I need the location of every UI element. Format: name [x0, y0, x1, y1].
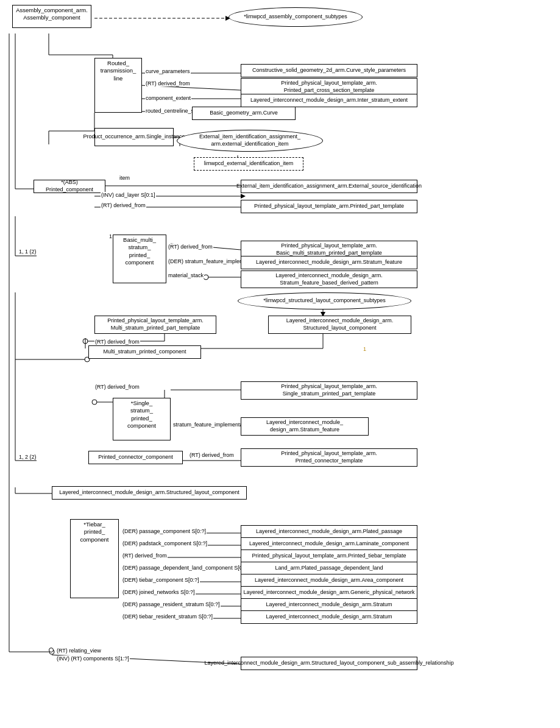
limwpcd-structured-ellipse: *limwpcd_structured_layout_component_sub…: [238, 292, 411, 309]
external-source-id-box: External_item_identification_assignment_…: [241, 180, 417, 193]
rt-derived-from-single-tmpl: (RT) derived_from: [94, 384, 140, 390]
n1-label: 1: [108, 233, 113, 239]
area-component-box: Layered_interconnect_module_design_arm.A…: [241, 574, 417, 587]
diagram-container: Assembly_component_arm. Assembly_compone…: [0, 0, 560, 728]
inv-cad-layer-label: (INV) cad_layer S[0:1]: [101, 192, 156, 198]
routed-transmission-box: Routed_transmission_line: [94, 58, 142, 113]
curve-style-params-box: Constructive_solid_geometry_2d_arm.Curve…: [241, 64, 417, 77]
rt-derived-from-label2: (RT) derived_from: [101, 202, 146, 208]
stratum-feature-box2: Layered_interconnect_module_design_arm.S…: [241, 417, 369, 436]
material-stack-label: material_stack: [168, 272, 204, 278]
layered-structured-bottom-box: Layered_interconnect_module_design_arm.S…: [52, 486, 247, 500]
circle-bottom: [49, 648, 54, 652]
plated-passage-box: Layered_interconnect_module_design_arm.P…: [241, 525, 417, 539]
stratum-feature-based-box: Layered_interconnect_module_design_arm.S…: [241, 270, 417, 288]
der-passage-land-label: (DER) passage_dependent_land_component S…: [122, 565, 249, 571]
svg-marker-24: [241, 194, 246, 199]
curve-parameters-label: curve_parameters: [145, 68, 191, 74]
single-stratum-template-box: Printed_physical_layout_template_arm.Sin…: [241, 381, 417, 400]
generic-physical-network-box: Layered_interconnect_module_design_arm.G…: [241, 586, 417, 599]
svg-point-41: [83, 339, 88, 344]
rt-derived-from-label3: (RT) derived_from: [168, 244, 213, 250]
stratum-box2: Layered_interconnect_module_design_arm.S…: [241, 610, 417, 624]
structured-sub-assembly-box: Layered_interconnect_module_design_arm.S…: [241, 657, 417, 670]
der-joined-label: (DER) joined_networks S[0:?]: [122, 589, 196, 595]
item-label: item: [119, 175, 130, 181]
basic-multi-stratum-box: Basic_multi_stratum_printed_component: [113, 235, 166, 283]
assembly-component-box: Assembly_component_arm. Assembly_compone…: [12, 5, 91, 28]
multi-stratum-template-box: Printed_physical_layout_template_arm.Mul…: [94, 316, 216, 334]
limwpcd-external-box: limwpcd_external_identification_item: [194, 157, 303, 171]
inv-rt-components-label: (INV) (RT) components S[1:?]: [56, 656, 130, 662]
layered-structured-box: Layered_interconnect_module_design_arm.S…: [268, 316, 411, 334]
printed-component-abs-box: *(ABS) Printed_component: [34, 180, 105, 193]
rt-relating-label: (RT) relating_view: [56, 648, 102, 654]
product-occurrence-box: Product_occurrence_arm.Single_instance: [94, 128, 174, 146]
n1-right-label: 1: [363, 346, 367, 352]
rt-derived-from-multi: (RT) derived_from: [94, 339, 140, 345]
component-extent-label: component_extent: [145, 95, 191, 101]
n112-label: 1, 1 (2): [18, 249, 37, 255]
svg-point-34: [204, 275, 208, 280]
svg-point-53: [92, 400, 97, 405]
printed-tiebar-template-box: Printed_physical_layout_template_arm.Pri…: [241, 550, 417, 563]
rt-tiebar-label: (RT) derived_from: [122, 553, 168, 559]
inter-stratum-extent-box: Layered_interconnect_module_design_arm.I…: [241, 94, 417, 107]
basic-geometry-curve-box: Basic_geometry_arm.Curve: [192, 107, 296, 120]
limwpcd-assembly-ellipse: *limwpcd_assembly_component_subtypes: [229, 7, 363, 27]
single-stratum-box: *Single_stratum_printed_component: [113, 398, 171, 440]
der-passage-res-label: (DER) passage_resident_stratum S[0:?]: [122, 601, 221, 607]
laminate-component-box: Layered_interconnect_module_design_arm.L…: [241, 537, 417, 551]
external-id-assign-ellipse: External_item_identification_assignment_…: [177, 130, 323, 152]
der-passage-label: (DER) passage_component S[0:?]: [122, 528, 207, 534]
multi-stratum-component-box: Multi_stratum_printed_component: [88, 345, 201, 359]
stratum-feature-box1: Layered_interconnect_module_design_arm.S…: [241, 256, 417, 269]
stratum-box1: Layered_interconnect_module_design_arm.S…: [241, 598, 417, 612]
rt-derived-from-label1: (RT) derived_from: [145, 80, 191, 87]
printed-part-template-box: Printed_physical_layout_template_arm.Pri…: [241, 200, 417, 213]
tiebar-box: *Tiebar_printed_component: [70, 519, 119, 598]
n122-label: 1, 2 (2): [18, 454, 37, 460]
printed-connector-template-box: Printed_physical_layout_template_arm.Prn…: [241, 448, 417, 467]
der-tiebar-res-label: (DER) tiebar_resident_stratum S[0:?]: [122, 613, 213, 620]
printed-connector-box: Printed_connector_component: [88, 451, 183, 464]
rt-derived-connector-label: (RT) derived_from: [189, 452, 235, 458]
der-tiebar-comp-label: (DER) tiebar_component S[0:?]: [122, 577, 200, 583]
der-padstack-label: (DER) padstack_component S[0:?]: [122, 540, 208, 546]
plated-passage-land-box: Land_arm.Plated_passage_dependent_land: [241, 562, 417, 575]
